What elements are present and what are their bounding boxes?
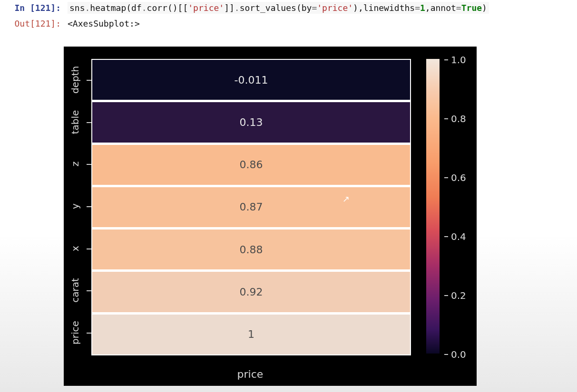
colorbar-tick-mark [444,59,448,60]
heatmap-cell-value: 0.86 [240,159,263,171]
code-token: sns [69,3,85,13]
heatmap-cell-value: 0.13 [240,116,263,128]
y-tick-mark [87,206,91,207]
colorbar-tick-mark [444,354,448,355]
colorbar-tick-label: 0.6 [451,172,466,183]
y-tick: carat [64,269,87,312]
colorbar-tick: 0.6 [444,172,466,183]
heatmap-row: 0.92 [92,272,410,314]
y-tick: y [64,185,87,228]
colorbar-tick-label: 0.0 [451,349,466,360]
colorbar-tick-mark [444,118,448,119]
y-axis-ticks: depthtablezyxcaratprice [64,59,87,354]
in-prompt: In [121]: [4,2,68,13]
y-tick-mark [87,164,91,165]
colorbar-tick: 0.0 [444,349,466,360]
colorbar-tick: 0.2 [444,290,466,301]
y-tick: z [64,143,87,185]
y-tick-label: carat [69,278,81,303]
y-tick-label: price [69,321,81,344]
heatmap-row: 1 [92,315,410,354]
y-tick-label: depth [69,66,81,94]
y-tick-label: x [69,246,81,251]
y-tick: x [64,227,87,269]
output-repr: <AxesSubplot:> [68,18,140,29]
code-token: ),linewidths [353,3,415,13]
colorbar-tick: 0.4 [444,231,466,242]
code-input[interactable]: sns.heatmap(df.corr()[['price']].sort_va… [68,2,489,14]
colorbar-tick-mark [444,177,448,178]
code-token: = [415,3,420,13]
y-tick-label: y [69,203,81,209]
heatmap-cell-value: 0.92 [240,286,263,298]
colorbar-ticks: 0.00.20.40.60.81.0 [444,59,468,354]
heatmap-cell-value: 0.87 [240,201,263,213]
code-token: ) [482,3,487,13]
heatmap-figure: depthtablezyxcaratprice -0.0110.130.860.… [64,47,477,386]
colorbar-tick: 1.0 [444,54,466,66]
code-token: = [456,3,461,13]
y-tick-label: z [69,162,81,167]
y-tick-label: table [69,110,81,134]
heatmap-cell-value: 1 [248,328,254,340]
colorbar-tick-label: 0.4 [451,231,466,242]
colorbar-tick-mark [444,295,448,296]
y-tick-mark [87,290,91,291]
code-token: (df [126,3,142,13]
code-token: 'price' [188,3,224,13]
y-tick-mark [87,122,91,123]
heatmap-row: -0.011 [92,60,410,102]
input-cell: In [121]: sns.heatmap(df.corr()[['price'… [0,0,577,16]
code-token: = [312,3,317,13]
y-tick-mark [87,80,91,81]
heatmap-row: 0.86 [92,145,410,187]
heatmap-plot-area: -0.0110.130.860.870.880.921 [91,59,411,355]
code-token: ,annot [425,3,456,13]
y-tick: table [64,101,87,143]
heatmap-cell-value: -0.011 [235,74,268,86]
colorbar [426,59,440,354]
code-token: corr()[[ [147,3,188,13]
colorbar-gradient [426,59,440,354]
code-token: 1 [420,3,425,13]
y-tick-mark [87,333,91,334]
colorbar-tick-label: 0.2 [451,290,466,301]
output-cell: Out[121]: <AxesSubplot:> [0,16,577,31]
heatmap-row: 0.13 [92,102,410,144]
code-token: . [142,3,147,13]
colorbar-tick-label: 1.0 [451,54,466,66]
heatmap-row: 0.87 [92,187,410,229]
y-tick: price [64,311,87,354]
code-token: sort_values(by [240,3,312,13]
colorbar-tick: 0.8 [444,113,466,124]
out-prompt: Out[121]: [4,18,68,29]
heatmap-row: 0.88 [92,229,410,272]
colorbar-tick-mark [444,236,448,237]
y-tick: depth [64,59,87,101]
colorbar-tick-label: 0.8 [451,113,466,124]
x-axis-label: price [91,368,409,380]
code-token: . [85,3,90,13]
code-token: ]] [224,3,235,13]
heatmap-cell-value: 0.88 [240,244,263,256]
code-token: . [235,3,240,13]
code-token: 'price' [317,3,353,13]
code-token: True [461,3,482,13]
code-token: heatmap [90,3,126,13]
y-tick-mark [87,249,91,249]
